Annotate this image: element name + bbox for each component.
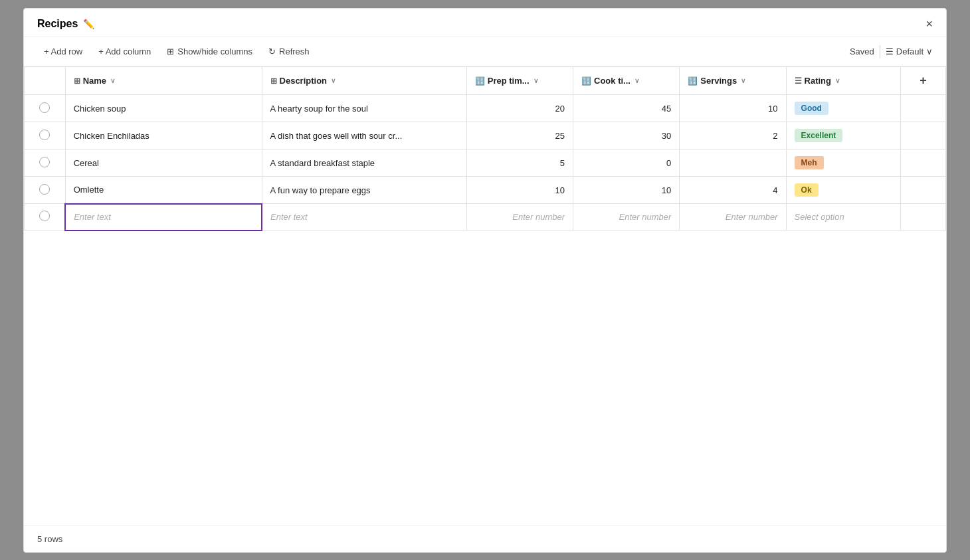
new-desc-placeholder: Enter text xyxy=(270,212,308,222)
row-name-4[interactable]: Omlette xyxy=(65,177,262,204)
refresh-label: Refresh xyxy=(279,47,310,56)
cook-time-column-header[interactable]: 🔢 Cook ti... ∨ xyxy=(573,67,680,95)
show-hide-icon: ⊞ xyxy=(167,47,174,56)
row-check-3[interactable] xyxy=(25,149,66,177)
row-serv-4[interactable]: 4 xyxy=(680,177,786,204)
table-row: Cereal A standard breakfast staple 5 0 M… xyxy=(25,149,946,177)
new-row-rating-input[interactable]: Select option xyxy=(786,204,901,231)
table-container: ⊞ Name ∨ ⊞ Description ∨ xyxy=(24,66,946,525)
new-row-desc-input[interactable]: Enter text xyxy=(262,204,466,231)
row-cook-2[interactable]: 30 xyxy=(573,122,680,149)
default-view-button[interactable]: ☰ Default ∨ xyxy=(886,47,933,56)
add-column-header-btn[interactable]: + xyxy=(901,67,946,95)
prep-col-label: Prep tim... xyxy=(488,76,530,86)
row-cook-1[interactable]: 45 xyxy=(573,95,680,122)
serv-col-label: Servings xyxy=(700,76,737,86)
row-cook-4[interactable]: 10 xyxy=(573,177,680,204)
radio-circle xyxy=(39,157,50,167)
row-serv-1[interactable]: 10 xyxy=(680,95,786,122)
rating-col-label: Rating xyxy=(805,76,831,86)
row-name-1[interactable]: Chicken soup xyxy=(65,95,262,122)
toolbar-right: Saved ☰ Default ∨ xyxy=(850,45,933,58)
recipes-table: ⊞ Name ∨ ⊞ Description ∨ xyxy=(24,66,946,231)
row-check-4[interactable] xyxy=(25,177,66,204)
show-hide-label: Show/hide columns xyxy=(177,47,252,56)
row-extra-3 xyxy=(901,149,946,177)
new-serv-placeholder: Enter number xyxy=(726,212,778,222)
row-desc-1[interactable]: A hearty soup for the soul xyxy=(262,95,466,122)
row-serv-2[interactable]: 2 xyxy=(680,122,786,149)
rating-badge-meh: Meh xyxy=(795,156,824,169)
refresh-button[interactable]: ↻ Refresh xyxy=(262,43,316,60)
table-body: Chicken soup A hearty soup for the soul … xyxy=(25,95,946,231)
servings-column-header[interactable]: 🔢 Servings ∨ xyxy=(680,67,786,95)
new-row: Enter text Enter text Enter number Enter… xyxy=(25,204,946,231)
toolbar: + Add row + Add column ⊞ Show/hide colum… xyxy=(24,37,946,66)
rating-column-header[interactable]: ☰ Rating ∨ xyxy=(786,67,901,95)
row-prep-4[interactable]: 10 xyxy=(466,177,573,204)
prep-time-column-header[interactable]: 🔢 Prep tim... ∨ xyxy=(466,67,573,95)
rating-sort-icon: ∨ xyxy=(835,77,840,84)
table-header: ⊞ Name ∨ ⊞ Description ∨ xyxy=(25,67,946,95)
row-name-2[interactable]: Chicken Enchiladas xyxy=(65,122,262,149)
row-check-2[interactable] xyxy=(25,122,66,149)
radio-circle xyxy=(39,102,50,113)
refresh-icon: ↻ xyxy=(268,47,276,56)
table-row: Chicken soup A hearty soup for the soul … xyxy=(25,95,946,122)
new-row-name-input[interactable]: Enter text xyxy=(65,204,262,231)
add-column-label: + Add column xyxy=(98,47,151,56)
rating-badge-good: Good xyxy=(795,102,828,115)
new-name-placeholder: Enter text xyxy=(74,212,111,222)
show-hide-button[interactable]: ⊞ Show/hide columns xyxy=(160,43,259,60)
row-prep-1[interactable]: 20 xyxy=(466,95,573,122)
name-col-label: Name xyxy=(83,76,106,86)
rating-badge-ok: Ok xyxy=(795,183,819,197)
list-icon: ☰ xyxy=(886,47,894,56)
row-desc-2[interactable]: A dish that goes well with sour cr... xyxy=(262,122,466,149)
close-button[interactable]: × xyxy=(925,18,933,30)
new-rating-placeholder: Select option xyxy=(795,212,844,222)
prep-col-icon: 🔢 xyxy=(475,76,485,86)
row-rating-1[interactable]: Good xyxy=(786,95,901,122)
radio-circle xyxy=(39,130,50,140)
recipes-modal: Recipes ✏️ × + Add row + Add column ⊞ Sh… xyxy=(23,8,947,553)
default-label: Default xyxy=(896,47,923,56)
rating-badge-excellent: Excellent xyxy=(795,129,843,142)
row-rating-4[interactable]: Ok xyxy=(786,177,901,204)
row-prep-3[interactable]: 5 xyxy=(466,149,573,177)
new-row-extra xyxy=(901,204,946,231)
row-prep-2[interactable]: 25 xyxy=(466,122,573,149)
row-desc-4[interactable]: A fun way to prepare eggs xyxy=(262,177,466,204)
row-cook-3[interactable]: 0 xyxy=(573,149,680,177)
cook-sort-icon: ∨ xyxy=(634,77,639,84)
row-rating-3[interactable]: Meh xyxy=(786,149,901,177)
toolbar-divider xyxy=(880,45,880,58)
modal-header: Recipes ✏️ × xyxy=(24,9,946,37)
add-column-button[interactable]: + Add column xyxy=(92,43,157,60)
radio-circle xyxy=(39,184,50,195)
edit-icon[interactable]: ✏️ xyxy=(83,19,94,29)
prep-sort-icon: ∨ xyxy=(534,77,538,84)
serv-sort-icon: ∨ xyxy=(741,77,745,84)
new-cook-placeholder: Enter number xyxy=(619,212,672,222)
desc-col-icon: ⊞ xyxy=(270,76,277,86)
cook-col-icon: 🔢 xyxy=(581,76,591,86)
desc-sort-icon: ∨ xyxy=(331,77,336,84)
row-rating-2[interactable]: Excellent xyxy=(786,122,901,149)
name-column-header[interactable]: ⊞ Name ∨ xyxy=(65,67,262,95)
table-row: Omlette A fun way to prepare eggs 10 10 … xyxy=(25,177,946,204)
row-name-3[interactable]: Cereal xyxy=(65,149,262,177)
new-row-prep-input[interactable]: Enter number xyxy=(466,204,573,231)
new-row-serv-input[interactable]: Enter number xyxy=(680,204,786,231)
new-row-cook-input[interactable]: Enter number xyxy=(573,204,680,231)
name-col-icon: ⊞ xyxy=(74,76,80,86)
row-extra-2 xyxy=(901,122,946,149)
new-row-check[interactable] xyxy=(25,204,66,231)
row-serv-3[interactable] xyxy=(680,149,786,177)
description-column-header[interactable]: ⊞ Description ∨ xyxy=(262,67,466,95)
add-row-button[interactable]: + Add row xyxy=(37,43,89,60)
row-extra-4 xyxy=(901,177,946,204)
table-row: Chicken Enchiladas A dish that goes well… xyxy=(25,122,946,149)
row-desc-3[interactable]: A standard breakfast staple xyxy=(262,149,466,177)
row-check-1[interactable] xyxy=(25,95,66,122)
